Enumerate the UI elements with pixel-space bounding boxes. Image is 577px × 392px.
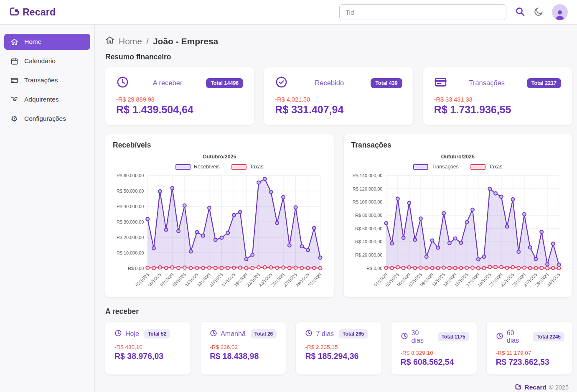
search-button[interactable] [515, 6, 525, 18]
card-main-value: R$ 608.562,54 [401, 357, 469, 367]
calendar-icon [10, 57, 18, 65]
card-main-value: R$ 18.438,98 [210, 351, 278, 361]
summary-card-recebido: Recebido Total 439 -R$ 4.021,50 R$ 331.4… [264, 67, 413, 125]
card-title: Amanhã [221, 330, 246, 338]
card-title: 60 dias [507, 329, 528, 344]
total-badge: Total 1175 [438, 332, 469, 341]
summary-heading: Resumo financeiro [105, 53, 572, 61]
card-negative-value: -R$ 11.179,07 [496, 350, 564, 356]
total-badge: Total 52 [144, 329, 170, 339]
gear-icon: ⚙ [10, 115, 18, 123]
sidebar-item-home[interactable]: Home [4, 34, 90, 50]
card-title: Transações [447, 79, 527, 87]
breadcrumb: Home / João - Empresa [105, 36, 572, 47]
svg-text:R$ 0,00: R$ 0,00 [128, 266, 144, 271]
chart-legend[interactable]: TransaçõesTaxas [351, 164, 565, 170]
svg-text:09/10/25: 09/10/25 [172, 272, 187, 288]
summary-card-transacoes: Transações Total 2217 -R$ 33.431,33 R$ 1… [423, 67, 572, 125]
clock-icon [496, 332, 503, 341]
svg-text:R$ 10.000,00: R$ 10.000,00 [117, 250, 144, 255]
sidebar-item-transacoes[interactable]: Transações [4, 72, 90, 88]
card-title: 7 dias [316, 330, 334, 338]
check-circle-icon [275, 76, 288, 90]
sidebar-item-adquirentes[interactable]: Adquirentes [4, 92, 90, 107]
card-main-value: R$ 331.407,94 [275, 104, 402, 116]
home-icon [10, 38, 18, 46]
chart-legend[interactable]: RecebíveisTaxas [113, 164, 326, 170]
card-title: A receber [129, 79, 206, 87]
svg-text:R$ 30.000,00: R$ 30.000,00 [117, 219, 144, 224]
recebiveis-chart-card: Recebíveis Outubro/2025RecebíveisTaxasR$… [105, 134, 334, 297]
card-negative-value: -R$ 4.021,50 [275, 96, 402, 103]
receber-card-7-dias: 7 dias Total 265 -R$ 2.335,15 R$ 185.294… [296, 322, 381, 374]
total-badge: Total 439 [371, 78, 402, 88]
card-negative-value: -R$ 8.329,10 [401, 350, 469, 356]
total-badge: Total 26 [251, 329, 277, 339]
clock-icon [114, 329, 122, 339]
svg-text:R$ 100.000,00: R$ 100.000,00 [352, 199, 382, 204]
receber-card-60-dias: 60 dias Total 2245 -R$ 11.179,07 R$ 723.… [487, 322, 572, 374]
card-main-value: R$ 1.439.504,64 [116, 104, 243, 116]
card-negative-value: -R$ 33.431,33 [434, 96, 561, 103]
svg-text:R$ 20.000,00: R$ 20.000,00 [355, 252, 382, 257]
handshake-icon [10, 95, 18, 104]
breadcrumb-current: João - Empresa [153, 36, 218, 46]
card-negative-value: -R$ 480,10 [114, 344, 183, 350]
card-negative-value: -R$ 2.335,15 [305, 344, 374, 350]
footer-brand: Recard [524, 384, 546, 391]
svg-text:R$ 50.000,00: R$ 50.000,00 [117, 188, 144, 193]
card-negative-value: -R$ 236,02 [210, 344, 278, 350]
dark-mode-toggle[interactable] [534, 7, 544, 18]
receber-card-hoje: Hoje Total 52 -R$ 480,10 R$ 38.976,03 [105, 322, 191, 374]
chart-plot[interactable]: R$ 0,00R$ 20.000,00R$ 40.000,00R$ 60.000… [351, 172, 565, 293]
breadcrumb-home-link[interactable]: Home [119, 36, 142, 46]
chart-transacoes[interactable]: Outubro/2025TransaçõesTaxasR$ 0,00R$ 20.… [351, 154, 565, 293]
sidebar-item-label: Transações [24, 76, 58, 84]
sidebar: Home Calendário Transações Adquirentes ⚙… [0, 25, 95, 392]
search-input[interactable] [339, 4, 506, 20]
clock-icon [116, 76, 129, 90]
charts-row: Recebíveis Outubro/2025RecebíveisTaxasR$… [105, 134, 572, 297]
sidebar-item-label: Configurações [24, 115, 66, 122]
a-receber-cards: Hoje Total 52 -R$ 480,10 R$ 38.976,03 Am… [105, 322, 572, 374]
search-icon [515, 6, 525, 18]
sidebar-item-label: Home [24, 38, 41, 46]
svg-text:R$ 80.000,00: R$ 80.000,00 [355, 213, 382, 218]
moon-icon [534, 7, 544, 18]
card-title: Recebido [288, 79, 371, 87]
svg-text:R$ 140.000,00: R$ 140.000,00 [352, 173, 382, 178]
credit-card-icon [434, 76, 447, 90]
total-badge: Total 14496 [206, 78, 243, 88]
transacoes-chart-card: Transações Outubro/2025TransaçõesTaxasR$… [344, 134, 572, 297]
summary-cards: A receber Total 14496 -R$ 29.889,93 R$ 1… [105, 67, 572, 125]
card-main-value: R$ 723.662,53 [496, 357, 564, 367]
recard-logo-icon [515, 384, 522, 391]
chart-recebiveis[interactable]: Outubro/2025RecebíveisTaxasR$ 0,00R$ 10.… [113, 154, 326, 293]
footer-copyright: © 2025 [549, 384, 569, 391]
receber-card-30-dias: 30 dias Total 1175 -R$ 8.329,10 R$ 608.5… [391, 322, 477, 374]
summary-card-a-receber: A receber Total 14496 -R$ 29.889,93 R$ 1… [105, 67, 254, 125]
sidebar-item-label: Calendário [24, 57, 56, 65]
clock-icon [401, 332, 408, 341]
svg-text:R$ 60.000,00: R$ 60.000,00 [117, 173, 144, 178]
app-logo[interactable]: Recard [9, 7, 56, 18]
main-content: Home / João - Empresa Resumo financeiro … [95, 25, 577, 392]
total-badge: Total 265 [339, 329, 368, 339]
chart-plot[interactable]: R$ 0,00R$ 10.000,00R$ 20.000,00R$ 30.000… [113, 172, 326, 293]
brand-name: Recard [23, 7, 56, 18]
card-negative-value: -R$ 29.889,93 [116, 96, 243, 103]
svg-text:R$ 40.000,00: R$ 40.000,00 [355, 239, 382, 244]
sidebar-item-configuracoes[interactable]: ⚙ Configurações [4, 111, 90, 127]
home-icon [105, 36, 114, 47]
topbar: Recard [0, 0, 577, 25]
a-receber-heading: A receber [105, 307, 572, 316]
card-main-value: R$ 1.731.936,55 [434, 104, 561, 116]
clock-icon [305, 329, 313, 339]
sidebar-item-calendario[interactable]: Calendário [4, 53, 90, 69]
card-title: Hoje [125, 330, 139, 338]
user-avatar[interactable] [552, 4, 568, 20]
chart-card-title: Recebíveis [113, 141, 326, 150]
breadcrumb-separator: / [146, 36, 149, 46]
footer: Recard © 2025 [105, 374, 572, 392]
svg-text:R$ 60.000,00: R$ 60.000,00 [355, 226, 382, 231]
